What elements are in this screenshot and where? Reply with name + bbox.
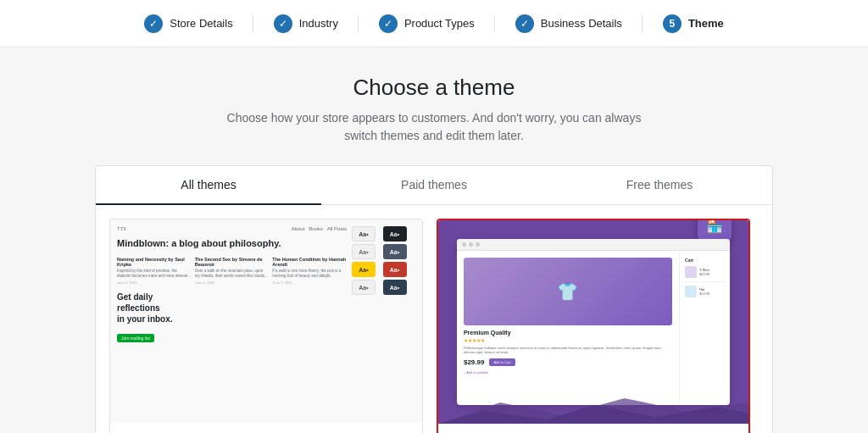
tabs-header: All themes Paid themes Free themes: [96, 166, 772, 205]
theme-info-storefront: Storefront Free Choose Live demo: [438, 424, 748, 433]
sf-product-desc: Pellentesque habitant morbi tristique se…: [464, 346, 672, 355]
sf-cart-item-info-1: T-Shirt $29.99: [699, 268, 725, 276]
page-title: Choose a theme: [353, 75, 515, 101]
sf-product-section: 👕 Premium Quality ★★★★★ Pellentesque hab…: [457, 251, 679, 406]
page-subtitle-line1: Choose how your store appears to custome…: [227, 111, 642, 125]
page-subtitle-line2: switch themes and edit them later.: [344, 129, 524, 142]
step-label-theme: Theme: [688, 17, 724, 30]
themes-grid: TT3 About Books All Posts Mindblown: a b…: [96, 205, 772, 433]
sf-product-icon: 👕: [557, 281, 578, 302]
sf-cart-item-2: Hat $19.99: [685, 286, 725, 297]
sf-mountains-decoration: [438, 398, 748, 424]
wizard-nav: ✓ Store Details ✓ Industry ✓ Product Typ…: [0, 0, 868, 47]
main-content: Choose a theme Choose how your store app…: [0, 47, 868, 433]
sf-add-to-cart-btn[interactable]: Add to Cart: [489, 358, 515, 366]
step-check-business-details: ✓: [515, 14, 534, 33]
sf-cart-section: Cart T-Shirt $29.99: [679, 251, 730, 406]
step-label-store-details: Store Details: [170, 17, 232, 30]
step-check-industry: ✓: [274, 14, 292, 33]
sf-cart-item-info-2: Hat $19.99: [699, 287, 725, 296]
sf-browser-topbar: [457, 239, 730, 251]
sf-cart-item-img-1: [685, 266, 697, 278]
tab-all-themes[interactable]: All themes: [96, 166, 321, 205]
nav-step-product-types[interactable]: ✓ Product Types: [359, 14, 495, 33]
theme-info-twentytwentythree: Twenty Twenty-Three Currently active the…: [110, 423, 422, 433]
nav-step-store-details[interactable]: ✓ Store Details: [124, 14, 253, 33]
sf-cart-divider: [685, 281, 725, 282]
sf-price: $29.99: [464, 358, 484, 366]
storefront-preview-bg: 🏪 👕: [438, 220, 748, 424]
sf-body: 👕 Premium Quality ★★★★★ Pellentesque hab…: [457, 251, 730, 406]
sf-wishlist-link[interactable]: + Add to wishlist: [464, 370, 672, 375]
themes-container: All themes Paid themes Free themes TT3: [95, 165, 773, 433]
nav-step-industry[interactable]: ✓ Industry: [253, 14, 359, 33]
sf-dot-3: [476, 242, 480, 247]
step-label-industry: Industry: [299, 17, 338, 30]
sf-cart-item-1: T-Shirt $29.99: [685, 266, 725, 278]
nav-step-theme[interactable]: 5 Theme: [643, 14, 744, 33]
sf-cart-label: Cart: [685, 258, 725, 263]
sf-dot-2: [469, 242, 473, 247]
sf-product-image: 👕: [464, 258, 672, 325]
sf-stars: ★★★★★: [464, 337, 672, 343]
sf-product-title: Premium Quality: [464, 330, 672, 336]
step-label-business-details: Business Details: [541, 17, 622, 30]
theme-card-storefront: 🏪 👕: [437, 219, 750, 433]
page-subtitle: Choose how your store appears to custome…: [227, 109, 642, 145]
shop-open-icon: 🏪: [706, 220, 723, 234]
theme-card-twentytwentythree: TT3 About Books All Posts Mindblown: a b…: [109, 219, 423, 433]
sf-price-row: $29.99 Add to Cart: [464, 358, 672, 366]
step-label-product-types: Product Types: [404, 17, 475, 30]
step-check-product-types: ✓: [379, 14, 398, 33]
step-number-theme: 5: [663, 14, 682, 33]
theme-preview-twentytwentythree: TT3 About Books All Posts Mindblown: a b…: [110, 219, 422, 423]
step-check-store-details: ✓: [144, 14, 163, 33]
sf-cart-item-img-2: [685, 286, 697, 297]
storefront-inner-window: 👕 Premium Quality ★★★★★ Pellentesque hab…: [457, 239, 730, 406]
sf-dot-1: [462, 242, 466, 247]
nav-step-business-details[interactable]: ✓ Business Details: [495, 14, 643, 33]
tab-paid-themes[interactable]: Paid themes: [321, 166, 547, 205]
theme-preview-storefront: 🏪 👕: [438, 220, 748, 424]
tab-free-themes[interactable]: Free themes: [547, 166, 772, 205]
